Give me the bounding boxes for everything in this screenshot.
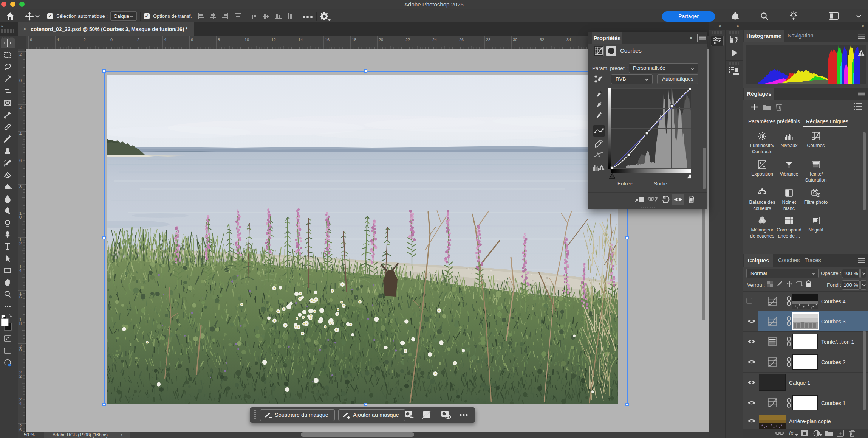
- svg-text:16: 16: [325, 37, 330, 42]
- svg-text:4: 4: [19, 401, 22, 405]
- svg-text:2: 2: [19, 105, 22, 109]
- svg-text:24: 24: [432, 37, 437, 42]
- svg-text:2: 2: [19, 374, 22, 379]
- svg-text:8: 8: [19, 185, 22, 189]
- svg-text:0: 0: [19, 348, 22, 352]
- svg-text:6: 6: [19, 158, 22, 163]
- svg-text:4: 4: [19, 132, 22, 136]
- svg-text:6: 6: [30, 37, 32, 42]
- svg-text:26: 26: [459, 37, 464, 42]
- svg-text:0: 0: [110, 37, 113, 42]
- svg-text:12: 12: [271, 37, 276, 42]
- svg-text:4: 4: [57, 37, 59, 42]
- svg-text:6: 6: [191, 37, 193, 42]
- svg-text:34: 34: [566, 37, 571, 42]
- svg-text:28: 28: [486, 37, 490, 42]
- svg-text:6: 6: [19, 427, 22, 432]
- svg-text:2: 2: [84, 37, 86, 42]
- svg-text:6: 6: [19, 295, 22, 299]
- svg-text:4: 4: [19, 268, 22, 273]
- svg-text:0: 0: [19, 78, 22, 83]
- svg-text:2: 2: [137, 37, 139, 42]
- svg-text:8: 8: [19, 321, 22, 326]
- svg-text:2: 2: [19, 52, 22, 56]
- svg-text:14: 14: [298, 37, 303, 42]
- svg-text:0: 0: [19, 215, 22, 219]
- svg-text:22: 22: [405, 37, 410, 42]
- svg-text:18: 18: [352, 37, 356, 42]
- svg-text:30: 30: [513, 37, 517, 42]
- svg-text:20: 20: [379, 37, 383, 42]
- svg-text:2: 2: [19, 241, 22, 246]
- svg-text:10: 10: [244, 37, 249, 42]
- svg-text:32: 32: [540, 37, 544, 42]
- svg-text:4: 4: [164, 37, 166, 42]
- svg-text:8: 8: [218, 37, 220, 42]
